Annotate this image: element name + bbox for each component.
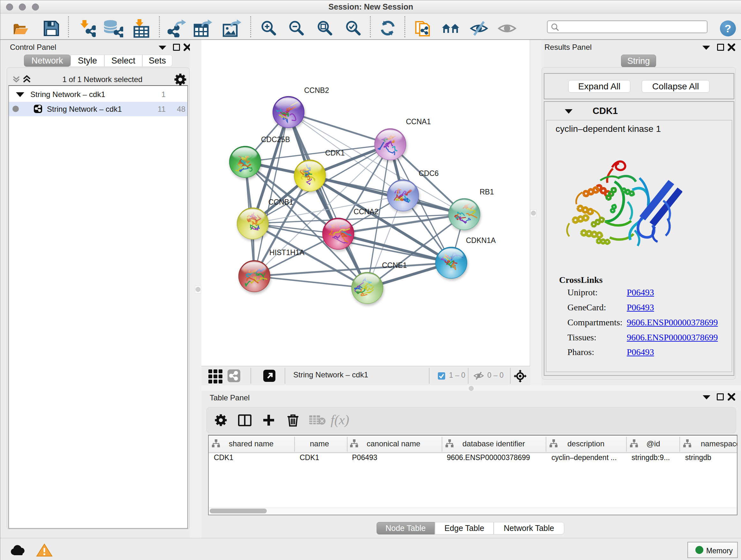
svg-text:CCNA1: CCNA1 <box>406 118 431 126</box>
svg-text:CCNB1: CCNB1 <box>268 198 293 206</box>
svg-text:CDKN1A: CDKN1A <box>466 236 496 245</box>
svg-text:CCNA2: CCNA2 <box>354 207 379 216</box>
svg-text:CDC25B: CDC25B <box>261 135 290 144</box>
svg-text:CDC6: CDC6 <box>419 169 439 178</box>
svg-text:CCNE1: CCNE1 <box>382 261 407 269</box>
svg-text:CDK1: CDK1 <box>325 149 345 157</box>
svg-text:CCNB2: CCNB2 <box>304 86 329 95</box>
svg-text:RB1: RB1 <box>480 188 494 196</box>
svg-text:HIST1H1A: HIST1H1A <box>269 248 305 257</box>
